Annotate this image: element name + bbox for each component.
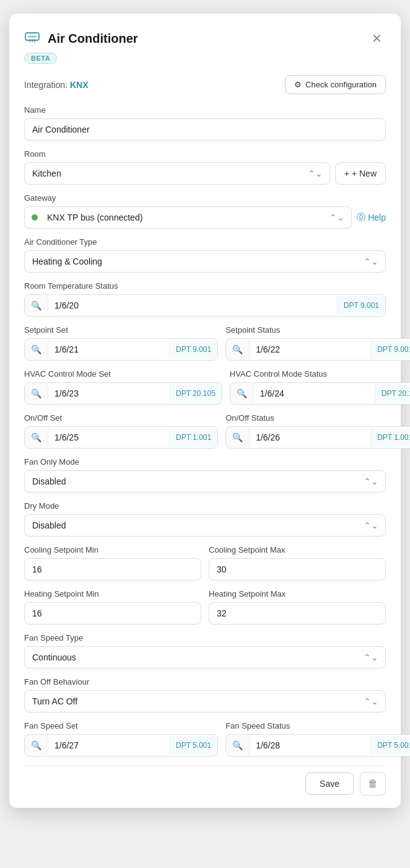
heating-setpoint-row: Heating Setpoint Min Heating Setpoint Ma… [24, 589, 386, 625]
hvac-control-set-field: HVAC Control Mode Set 🔍 DPT 20.105 [24, 369, 222, 405]
room-temp-field-group: Room Temperature Status 🔍 DPT 9.001 [24, 281, 386, 317]
fan-speed-set-field: Fan Speed Set 🔍 DPT 5.001 [24, 721, 218, 756]
room-temp-search-icon: 🔍 [25, 296, 48, 315]
cooling-setpoint-row: Cooling Setpoint Min Cooling Setpoint Ma… [24, 545, 386, 581]
fan-off-label: Fan Off Behaviour [24, 677, 386, 686]
gateway-select[interactable]: KNX TP bus (connected) [24, 206, 352, 229]
setpoint-set-field: Setpoint Set 🔍 DPT 9.001 [24, 325, 218, 361]
fan-off-select-wrapper: Turn AC Off Fan Only ⌃⌄ [24, 690, 386, 712]
fan-speed-set-input-group: 🔍 DPT 5.001 [24, 734, 218, 756]
fan-only-field-group: Fan Only Mode Disabled Enabled ⌃⌄ [24, 457, 386, 493]
hvac-control-status-dpt-badge: DPT 20.105 [375, 384, 410, 403]
heating-max-label: Heating Setpoint Max [209, 589, 386, 598]
onoff-status-address-input[interactable] [250, 427, 370, 448]
name-label: Name [24, 105, 386, 115]
hvac-control-row: HVAC Control Mode Set 🔍 DPT 20.105 HVAC … [24, 369, 386, 405]
onoff-set-field: On/Off Set 🔍 DPT 1.001 [24, 413, 218, 449]
integration-link[interactable]: KNX [70, 80, 89, 90]
ac-type-select[interactable]: Heating & Cooling Cooling Only Heating O… [24, 250, 386, 273]
fan-speed-status-field: Fan Speed Status 🔍 DPT 5.001 [225, 721, 410, 756]
setpoint-status-label: Setpoint Status [225, 325, 410, 335]
modal-header: Air Conditioner ✕ [24, 28, 386, 48]
fan-speed-type-label: Fan Speed Type [24, 633, 386, 642]
hvac-control-set-address-input[interactable] [48, 383, 169, 404]
gateway-select-wrapper: KNX TP bus (connected) ⌃⌄ [24, 206, 352, 229]
onoff-status-label: On/Off Status [225, 413, 410, 423]
cooling-min-label: Cooling Setpoint Min [24, 545, 201, 555]
check-config-icon: ⚙ [294, 80, 302, 89]
gateway-row: KNX TP bus (connected) ⌃⌄ ⓪ Help [24, 206, 386, 229]
fan-speed-set-label: Fan Speed Set [24, 721, 218, 730]
fan-speed-status-dpt-badge: DPT 5.001 [370, 736, 410, 755]
onoff-row: On/Off Set 🔍 DPT 1.001 On/Off Status 🔍 D… [24, 413, 386, 449]
setpoint-set-address-input[interactable] [48, 339, 169, 360]
dry-mode-select-wrapper: Disabled Enabled ⌃⌄ [24, 514, 386, 537]
setpoint-status-dpt-badge: DPT 9.001 [370, 340, 410, 359]
hvac-control-status-label: HVAC Control Mode Status [230, 369, 410, 379]
cooling-max-input[interactable] [209, 558, 386, 581]
room-temp-dpt-badge: DPT 9.001 [337, 296, 385, 315]
fan-only-label: Fan Only Mode [24, 457, 386, 467]
heating-max-input[interactable] [209, 602, 386, 625]
hvac-control-set-search-icon: 🔍 [25, 384, 48, 403]
room-label: Room [24, 149, 386, 159]
ac-type-label: Air Conditioner Type [24, 237, 386, 247]
setpoint-set-label: Setpoint Set [24, 325, 218, 335]
hvac-control-status-field: HVAC Control Mode Status 🔍 DPT 20.105 [230, 369, 410, 405]
onoff-set-dpt-badge: DPT 1.001 [169, 428, 217, 447]
plus-icon: + [344, 169, 349, 178]
setpoint-row: Setpoint Set 🔍 DPT 9.001 Setpoint Status… [24, 325, 386, 361]
room-temp-address-input[interactable] [48, 295, 337, 316]
onoff-status-field: On/Off Status 🔍 DPT 1.001 [225, 413, 410, 449]
fan-speed-set-address-input[interactable] [48, 735, 169, 756]
setpoint-status-input-group: 🔍 DPT 9.001 [225, 338, 410, 361]
fan-only-select[interactable]: Disabled Enabled [24, 470, 386, 493]
cooling-min-input[interactable] [24, 558, 201, 581]
fan-speed-status-search-icon: 🔍 [226, 735, 250, 755]
hvac-control-set-input-group: 🔍 DPT 20.105 [24, 382, 222, 405]
dry-mode-select[interactable]: Disabled Enabled [24, 514, 386, 537]
heating-min-label: Heating Setpoint Min [24, 589, 201, 598]
beta-badge: BETA [24, 53, 57, 64]
onoff-set-address-input[interactable] [48, 427, 169, 448]
name-input[interactable] [24, 118, 386, 141]
hvac-control-status-address-input[interactable] [254, 383, 375, 404]
fan-speed-status-address-input[interactable] [250, 735, 370, 756]
room-temp-label: Room Temperature Status [24, 281, 386, 291]
fan-speed-row: Fan Speed Set 🔍 DPT 5.001 Fan Speed Stat… [24, 721, 386, 756]
onoff-status-search-icon: 🔍 [226, 427, 250, 447]
delete-button[interactable]: 🗑 [360, 772, 386, 796]
save-button[interactable]: Save [305, 773, 354, 795]
integration-label: Integration: KNX [24, 80, 89, 90]
setpoint-set-dpt-badge: DPT 9.001 [169, 340, 217, 359]
cooling-max-field: Cooling Setpoint Max [209, 545, 386, 581]
onoff-status-input-group: 🔍 DPT 1.001 [225, 426, 410, 449]
fan-off-select[interactable]: Turn AC Off Fan Only [24, 690, 386, 712]
fan-speed-type-select[interactable]: Continuous Steps [24, 646, 386, 669]
room-row: Kitchen Living Room Bedroom Bathroom ⌃⌄ … [24, 162, 386, 185]
ac-type-select-wrapper: Heating & Cooling Cooling Only Heating O… [24, 250, 386, 273]
fan-only-select-wrapper: Disabled Enabled ⌃⌄ [24, 470, 386, 493]
fan-speed-type-select-wrapper: Continuous Steps ⌃⌄ [24, 646, 386, 669]
hvac-control-set-dpt-badge: DPT 20.105 [169, 384, 222, 403]
fan-speed-status-label: Fan Speed Status [225, 721, 410, 730]
check-configuration-button[interactable]: ⚙ Check configuration [285, 75, 386, 94]
close-button[interactable]: ✕ [368, 31, 386, 46]
setpoint-status-field: Setpoint Status 🔍 DPT 9.001 [225, 325, 410, 361]
ac-type-field-group: Air Conditioner Type Heating & Cooling C… [24, 237, 386, 273]
room-select-wrapper: Kitchen Living Room Bedroom Bathroom ⌃⌄ [24, 162, 330, 185]
footer-row: Save 🗑 [24, 765, 386, 796]
name-field-group: Name [24, 105, 386, 141]
new-room-button[interactable]: + + New [335, 162, 386, 185]
trash-icon: 🗑 [368, 778, 378, 789]
fan-speed-set-search-icon: 🔍 [25, 735, 48, 755]
onoff-set-label: On/Off Set [24, 413, 218, 423]
heating-min-input[interactable] [24, 602, 201, 625]
room-select[interactable]: Kitchen Living Room Bedroom Bathroom [24, 162, 330, 185]
room-temp-input-group: 🔍 DPT 9.001 [24, 294, 386, 317]
dry-mode-field-group: Dry Mode Disabled Enabled ⌃⌄ [24, 501, 386, 537]
air-conditioner-modal: Air Conditioner ✕ BETA Integration: KNX … [9, 14, 401, 808]
setpoint-status-address-input[interactable] [250, 339, 370, 360]
title-row: Air Conditioner [24, 28, 138, 48]
help-button[interactable]: ⓪ Help [357, 212, 386, 223]
